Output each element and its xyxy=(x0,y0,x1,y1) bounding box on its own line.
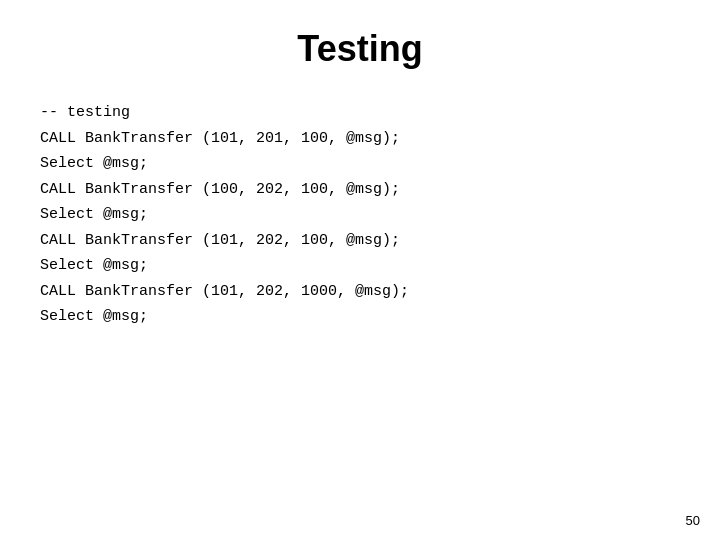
code-line-1: -- testing xyxy=(40,100,720,126)
code-block: -- testing CALL BankTransfer (101, 201, … xyxy=(40,100,720,330)
code-line-9: Select @msg; xyxy=(40,304,720,330)
code-line-3: Select @msg; xyxy=(40,151,720,177)
code-line-7: Select @msg; xyxy=(40,253,720,279)
code-line-2: CALL BankTransfer (101, 201, 100, @msg); xyxy=(40,126,720,152)
code-line-5: Select @msg; xyxy=(40,202,720,228)
page-container: Testing -- testing CALL BankTransfer (10… xyxy=(0,0,720,540)
code-line-4: CALL BankTransfer (100, 202, 100, @msg); xyxy=(40,177,720,203)
page-title: Testing xyxy=(0,0,720,90)
code-line-8: CALL BankTransfer (101, 202, 1000, @msg)… xyxy=(40,279,720,305)
code-line-6: CALL BankTransfer (101, 202, 100, @msg); xyxy=(40,228,720,254)
page-number: 50 xyxy=(686,513,700,528)
